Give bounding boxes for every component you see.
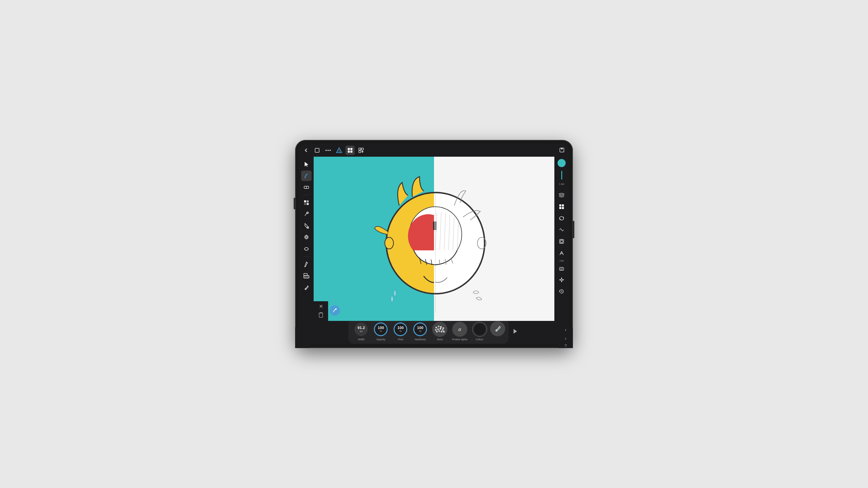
- text-size-label: 12pt: [559, 259, 564, 262]
- svg-point-83: [436, 331, 438, 332]
- more-options-button[interactable]: [323, 146, 333, 155]
- svg-point-75: [435, 327, 437, 328]
- svg-rect-9: [350, 151, 352, 153]
- eyedropper-quick-button[interactable]: [490, 321, 505, 336]
- back-button[interactable]: [302, 146, 311, 155]
- eraser-tool[interactable]: [301, 182, 312, 193]
- more-button[interactable]: [432, 322, 447, 337]
- export-button[interactable]: [556, 263, 567, 273]
- grid-view-button[interactable]: [345, 146, 355, 155]
- color-swatch[interactable]: [558, 159, 566, 167]
- svg-rect-62: [559, 207, 561, 209]
- svg-rect-6: [348, 148, 350, 150]
- svg-point-87: [496, 330, 497, 331]
- protect-alpha-control: α Protect alpha: [450, 322, 469, 341]
- calligraphy-button[interactable]: [556, 248, 567, 258]
- svg-point-86: [443, 331, 445, 332]
- layer-brush-tool[interactable]: [301, 270, 312, 281]
- svg-point-77: [440, 326, 442, 328]
- ipad-device: ✕: [295, 140, 573, 348]
- history-button[interactable]: [556, 286, 567, 297]
- colour-button[interactable]: [472, 322, 487, 337]
- svg-rect-30: [304, 275, 309, 278]
- svg-rect-67: [560, 268, 563, 270]
- width-knob[interactable]: 91.2 px: [353, 322, 369, 337]
- protect-alpha-button[interactable]: α: [452, 322, 467, 337]
- close-tool-button[interactable]: ✕: [319, 303, 323, 310]
- flow-knob[interactable]: 100 %: [393, 322, 408, 337]
- affinity-logo[interactable]: [335, 146, 344, 155]
- protect-alpha-label: Protect alpha: [452, 338, 467, 341]
- colour-label: Colour: [476, 338, 484, 341]
- hardness-knob[interactable]: 100 %: [412, 322, 428, 337]
- svg-rect-60: [559, 204, 561, 206]
- bottom-right-panel: ‹ › ?: [558, 327, 569, 344]
- canvas-area[interactable]: ✕: [314, 157, 554, 321]
- bottom-toolbar: 91.2 px Width 100: [299, 321, 569, 344]
- fx-button[interactable]: [556, 225, 567, 235]
- opacity-control: 100 % Opacity: [372, 322, 390, 341]
- flow-value: 100 %: [398, 326, 404, 332]
- colour-control: Colour: [470, 322, 489, 341]
- svg-rect-8: [348, 151, 350, 153]
- clone-tool[interactable]: [301, 232, 312, 242]
- svg-point-2: [328, 150, 329, 151]
- svg-point-1: [326, 150, 327, 151]
- svg-rect-0: [315, 148, 319, 152]
- svg-point-85: [441, 331, 442, 332]
- snapping-button[interactable]: [356, 146, 366, 155]
- main-area: ✕: [299, 157, 569, 321]
- svg-point-76: [438, 326, 439, 327]
- character-illustration: [362, 165, 506, 313]
- right-panel: 1.6pt: [554, 157, 569, 321]
- brush-tool[interactable]: [301, 170, 312, 181]
- svg-point-25: [305, 235, 308, 239]
- help-button[interactable]: ?: [564, 344, 567, 344]
- bottom-left-tools: ✕: [314, 301, 328, 321]
- adjustments-button[interactable]: [556, 236, 567, 247]
- chevron-up-button[interactable]: ‹: [564, 326, 567, 334]
- svg-point-3: [330, 150, 331, 151]
- svg-point-78: [442, 327, 444, 329]
- play-button[interactable]: [511, 327, 520, 336]
- svg-rect-21: [304, 203, 306, 205]
- svg-point-81: [439, 328, 441, 330]
- hardness-label: Hardness: [414, 338, 426, 341]
- share-button[interactable]: [557, 146, 566, 155]
- select-tool[interactable]: [301, 159, 312, 169]
- opacity-value: 100 %: [378, 326, 384, 332]
- svg-point-82: [442, 329, 443, 331]
- svg-rect-64: [560, 239, 564, 243]
- chevron-down-button[interactable]: ›: [564, 335, 567, 342]
- brush-library-button[interactable]: [556, 201, 567, 212]
- blend-tool[interactable]: [301, 244, 312, 254]
- more-control: More: [431, 322, 449, 341]
- fill-tool[interactable]: [301, 221, 312, 231]
- svg-rect-63: [562, 207, 564, 209]
- active-tool-indicator: [330, 305, 340, 316]
- opacity-label: Opacity: [376, 338, 385, 341]
- svg-rect-11: [361, 148, 363, 150]
- pencil-tool[interactable]: [301, 259, 312, 269]
- opacity-knob[interactable]: 100 %: [373, 322, 388, 337]
- svg-point-56: [385, 237, 394, 249]
- svg-rect-10: [359, 148, 361, 150]
- magic-button[interactable]: [556, 274, 567, 285]
- toolbar-right: [557, 146, 566, 155]
- hardness-value: 100 %: [417, 326, 424, 332]
- color-palette-tool[interactable]: [301, 197, 312, 208]
- transform-button[interactable]: [556, 213, 567, 224]
- top-toolbar: [299, 144, 569, 157]
- svg-point-26: [306, 236, 307, 238]
- brush-size-preview: [559, 169, 564, 181]
- smudge-tool[interactable]: [301, 209, 312, 220]
- brush-parameter-panel: 91.2 px Width 100: [348, 319, 508, 344]
- svg-point-84: [438, 330, 440, 332]
- eyedropper-bottom-tool[interactable]: [301, 282, 312, 293]
- svg-point-59: [335, 308, 337, 310]
- width-control: 91.2 px Width: [352, 322, 370, 341]
- trash-button[interactable]: [318, 312, 323, 319]
- canvas-button[interactable]: [312, 146, 322, 155]
- layers-button[interactable]: [556, 190, 567, 200]
- canvas-artwork: [314, 157, 554, 321]
